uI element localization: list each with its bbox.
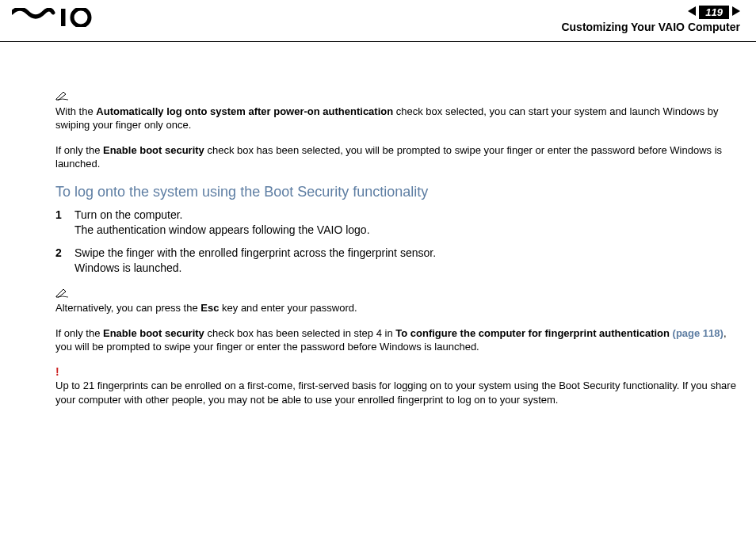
warning-icon: ! bbox=[55, 365, 59, 378]
header-title: Customizing Your VAIO Computer bbox=[561, 21, 740, 33]
step-text: The authentication window appears follow… bbox=[74, 223, 739, 238]
pencil-icon bbox=[55, 90, 70, 105]
note-bold: Automatically log onto system after powe… bbox=[96, 105, 393, 117]
note-bold: Enable boot security bbox=[103, 144, 204, 156]
step-2: 2 Swipe the finger with the enrolled fin… bbox=[55, 246, 739, 276]
page-content: With the Automatically log onto system a… bbox=[0, 42, 756, 406]
step-text: Windows is launched. bbox=[74, 261, 739, 276]
page-header: 119 Customizing Your VAIO Computer bbox=[0, 0, 756, 42]
note-text: check box has been selected in step 4 in bbox=[204, 327, 395, 339]
note-bold: To configure the computer for fingerprin… bbox=[395, 327, 672, 339]
page-number: 119 bbox=[699, 6, 729, 19]
page-link-118[interactable]: (page 118) bbox=[673, 327, 724, 339]
note-alt-esc: Alternatively, you can press the Esc key… bbox=[55, 287, 739, 315]
section-title: To log onto the system using the Boot Se… bbox=[55, 182, 739, 201]
note-text: If only the bbox=[55, 144, 103, 156]
pencil-icon bbox=[55, 287, 70, 302]
vaio-logo bbox=[12, 8, 95, 30]
next-page-arrow[interactable] bbox=[732, 5, 740, 19]
note-text: With the bbox=[55, 105, 96, 117]
prev-page-arrow[interactable] bbox=[688, 5, 696, 19]
note-if-only: If only the Enable boot security check b… bbox=[55, 326, 739, 354]
step-number: 2 bbox=[55, 246, 74, 276]
note-bold: Enable boot security bbox=[103, 327, 204, 339]
svg-marker-3 bbox=[732, 6, 740, 16]
step-number: 1 bbox=[55, 208, 74, 238]
note-bold: Esc bbox=[200, 302, 219, 314]
step-1: 1 Turn on the computer. The authenticati… bbox=[55, 208, 739, 238]
note-auto-logon: With the Automatically log onto system a… bbox=[55, 90, 739, 132]
page-nav: 119 bbox=[561, 5, 740, 19]
step-text: Swipe the finger with the enrolled finge… bbox=[74, 246, 739, 261]
note-enable-boot: If only the Enable boot security check b… bbox=[55, 143, 739, 171]
step-text: Turn on the computer. bbox=[74, 208, 739, 223]
svg-rect-0 bbox=[61, 9, 66, 26]
svg-point-1 bbox=[72, 9, 90, 26]
note-text: Alternatively, you can press the bbox=[55, 302, 200, 314]
warning-text: Up to 21 fingerprints can be enrolled on… bbox=[55, 380, 736, 406]
note-text: key and enter your password. bbox=[219, 302, 357, 314]
svg-marker-2 bbox=[688, 6, 696, 16]
step-list: 1 Turn on the computer. The authenticati… bbox=[55, 208, 739, 276]
warning-note: ! Up to 21 fingerprints can be enrolled … bbox=[55, 365, 739, 407]
note-text: If only the bbox=[55, 327, 103, 339]
